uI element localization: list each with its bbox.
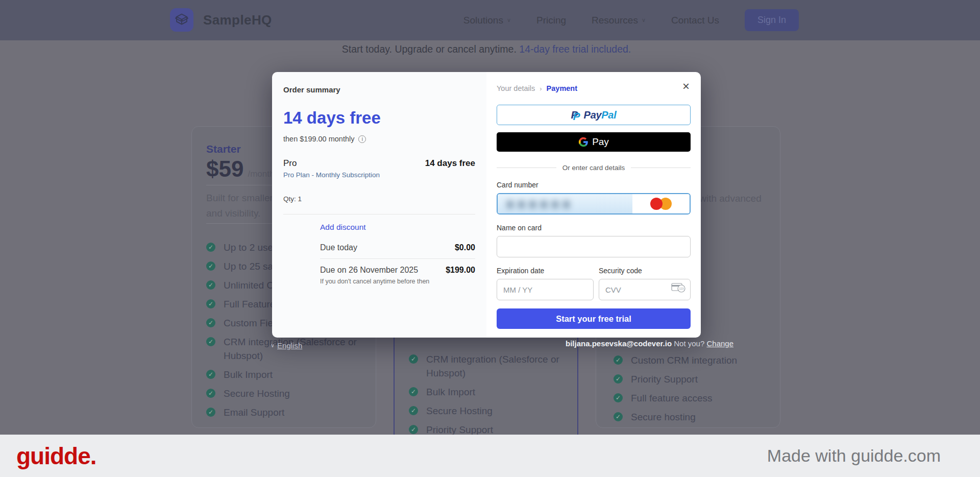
box-icon — [175, 12, 189, 28]
feature-item: ✓Custom CRM integration — [614, 353, 770, 367]
breadcrumb-separator-icon: › — [540, 85, 542, 92]
card-brand-box — [632, 194, 690, 213]
feature-item: ✓Bulk Import — [206, 368, 361, 381]
card-number-redacted — [498, 194, 632, 213]
chevron-down-icon: ∨ — [507, 17, 511, 23]
language-selector[interactable]: ∨ English — [271, 341, 302, 350]
feature-list: ✓CRM integration (Salesforce or Hubspot)… — [409, 352, 563, 437]
chevron-down-icon: ∨ — [271, 342, 275, 349]
account-email: biljana.pesevska@codever.io — [566, 339, 672, 348]
security-code-label: Security code — [599, 267, 691, 275]
quantity-label: Qty: 1 — [283, 195, 475, 203]
plan-price: $59 — [206, 156, 243, 182]
name-on-card-label: Name on card — [497, 224, 691, 232]
check-icon: ✓ — [409, 425, 418, 434]
chevron-down-icon: ∨ — [642, 17, 646, 23]
divider — [320, 258, 475, 259]
plan-line-name: Pro — [283, 158, 297, 169]
guidde-footer: guidde. Made with guidde.com — [0, 435, 980, 477]
check-icon: ✓ — [409, 387, 418, 396]
language-label: English — [277, 341, 302, 350]
feature-item: ✓Secure hosting — [614, 410, 770, 424]
step-your-details[interactable]: Your details — [497, 84, 535, 92]
hero-subtitle: Start today. Upgrade or cancel anytime. … — [0, 43, 973, 55]
feature-item: ✓Full feature access — [614, 391, 770, 405]
check-icon: ✓ — [206, 337, 215, 346]
expiration-date-label: Expiration date — [497, 267, 594, 275]
check-icon: ✓ — [614, 393, 623, 402]
feature-list: ✓Custom CRM integration ✓Priority Suppor… — [614, 353, 770, 424]
free-trial-link[interactable]: 14-day free trial included. — [519, 43, 631, 55]
check-icon: ✓ — [409, 406, 418, 415]
check-icon: ✓ — [614, 355, 623, 365]
start-free-trial-button[interactable]: Start your free trial — [497, 308, 691, 329]
step-payment: Payment — [547, 84, 577, 92]
feature-item: ✓Priority Support — [614, 372, 770, 386]
order-summary-title: Order summary — [283, 85, 475, 94]
check-icon: ✓ — [206, 261, 215, 271]
feature-item: ✓Secure Hosting — [206, 387, 361, 400]
check-icon: ✓ — [206, 280, 215, 290]
info-icon[interactable]: i — [358, 135, 366, 143]
due-next-row: Due on 26 November 2025 $199.00 — [320, 266, 475, 275]
close-icon[interactable]: × — [682, 80, 690, 92]
due-today-row: Due today $0.00 — [320, 243, 475, 252]
check-icon: ✓ — [206, 243, 215, 252]
change-account-link[interactable]: Change — [706, 339, 733, 348]
check-icon: ✓ — [206, 318, 215, 327]
paypal-button[interactable]: P P PayPal — [497, 105, 691, 125]
feature-item: ✓CRM integration (Salesforce or Hubspot) — [409, 352, 563, 380]
nav-item-pricing[interactable]: Pricing — [536, 15, 566, 26]
brand-name: SampleHQ — [203, 12, 272, 28]
top-nav: SampleHQ Solutions ∨ Pricing Resources ∨… — [0, 0, 980, 40]
google-pay-button[interactable]: Pay — [497, 132, 691, 152]
nav-item-contact-us[interactable]: Contact Us — [671, 15, 719, 26]
paypal-logo-icon: P P — [571, 109, 581, 121]
mastercard-icon — [650, 198, 672, 210]
feature-item: ✓Secure Hosting — [409, 404, 563, 418]
check-icon: ✓ — [206, 389, 215, 398]
check-icon: ✓ — [206, 408, 215, 417]
plan-line-description: Pro Plan - Monthly Subscription — [283, 171, 475, 179]
brand-logo[interactable] — [170, 8, 193, 32]
check-icon: ✓ — [206, 299, 215, 308]
check-icon: ✓ — [206, 370, 215, 379]
or-divider: Or enter card details — [497, 164, 691, 172]
expiration-date-input[interactable] — [497, 279, 594, 300]
nav-menu: Solutions ∨ Pricing Resources ∨ Contact … — [463, 0, 799, 40]
add-discount-link[interactable]: Add discount — [320, 223, 475, 232]
card-number-input[interactable] — [497, 193, 691, 214]
google-g-icon — [578, 137, 589, 147]
due-note: If you don't cancel anytime before then — [320, 278, 475, 285]
totals-section: Add discount Due today $0.00 Due on 26 N… — [320, 223, 475, 285]
checkout-modal: Order summary 14 days free then $199.00 … — [272, 72, 701, 338]
plan-line-value: 14 days free — [425, 158, 475, 169]
feature-item: ✓Email Support — [206, 406, 361, 419]
nav-item-solutions[interactable]: Solutions ∨ — [463, 15, 511, 26]
made-with-text: Made with guidde.com — [767, 446, 941, 466]
name-on-card-input[interactable] — [497, 236, 691, 257]
check-icon: ✓ — [614, 374, 623, 384]
feature-item: ✓Bulk Import — [409, 385, 563, 399]
plan-period: /month — [248, 169, 274, 179]
guidde-logo: guidde. — [16, 442, 96, 470]
nav-item-resources[interactable]: Resources ∨ — [592, 15, 646, 26]
price-subline: then $199.00 monthly i — [283, 135, 475, 143]
account-email-line: biljana.pesevska@codever.io Not you? Cha… — [566, 339, 708, 348]
check-icon: ✓ — [614, 412, 623, 421]
order-summary-panel: Order summary 14 days free then $199.00 … — [272, 72, 486, 338]
card-number-label: Card number — [497, 181, 691, 189]
security-code-input[interactable] — [599, 279, 691, 300]
page: SampleHQ Solutions ∨ Pricing Resources ∨… — [0, 0, 980, 477]
check-icon: ✓ — [409, 354, 418, 364]
payment-panel: Your details › Payment × P P PayPal — [486, 72, 701, 338]
trial-headline: 14 days free — [283, 108, 475, 128]
divider — [283, 214, 475, 214]
checkout-steps: Your details › Payment — [497, 84, 691, 92]
plan-line-item: Pro 14 days free — [283, 158, 475, 169]
sign-in-button[interactable]: Sign In — [745, 9, 799, 31]
